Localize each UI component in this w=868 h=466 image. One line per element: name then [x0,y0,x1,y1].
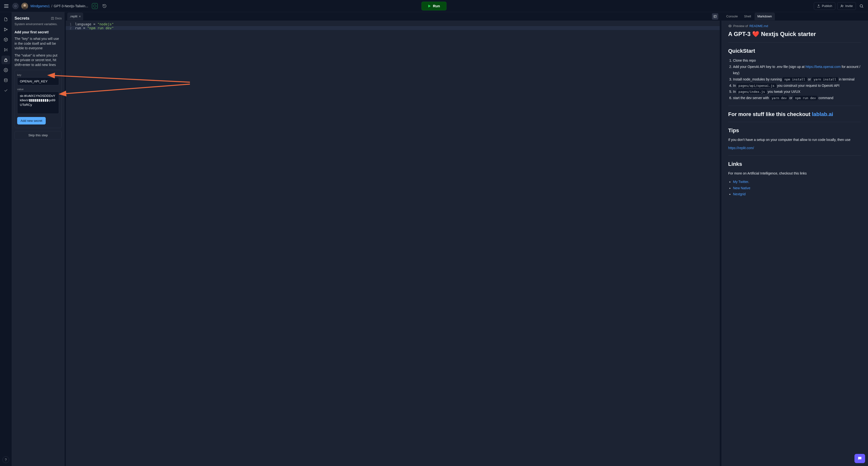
list-item: In pages/index.js you tweak your UI/UX [733,89,861,95]
svg-point-4 [4,28,5,29]
chat-fab[interactable] [855,454,865,463]
secrets-title: Secrets [14,16,29,21]
header: Mindgames1 / GPT-3-Nextjs-Tailwin... Run… [0,0,868,12]
invite-button[interactable]: Invite [837,2,856,10]
files-icon[interactable] [1,15,10,24]
hamburger-menu[interactable] [3,3,10,9]
chat-icon [857,456,862,461]
svg-point-2 [841,5,842,6]
links-heading: Links [728,161,861,167]
search-icon [859,4,864,8]
secret-form: key value sk-tKvMX1YhOSDDDvYk8exV▮▮▮▮▮▮▮… [14,70,62,128]
settings-icon[interactable] [1,66,10,74]
svg-point-6 [6,29,7,30]
markdown-preview: Preview of README.md A GPT-3 ❤️ Nextjs Q… [721,21,868,466]
database-icon[interactable] [1,76,10,85]
tool-rail: ? [0,12,11,466]
upload-icon [817,4,820,8]
secrets-para-key: The "key" is what you will use in the co… [14,36,62,51]
lablab-link[interactable]: lablab.ai [812,111,833,117]
svg-point-1 [24,4,26,6]
version-control-icon[interactable] [1,25,10,34]
run-button[interactable]: Run [422,2,446,10]
svg-rect-7 [5,60,7,62]
secrets-heading: Add your first secret! [14,30,62,34]
svg-point-3 [860,5,863,7]
secrets-para-value: The "value" is where you put the private… [14,53,62,67]
editor-pane: .replit × 1language = "nodejs" 2run = "n… [66,12,720,466]
preview-pane: Console Shell Markdown Preview of README… [721,12,868,466]
twitter-link[interactable]: My Twitter [733,180,748,184]
eye-icon [728,24,732,28]
packages-icon[interactable] [1,35,10,44]
book-icon [51,17,54,20]
svg-point-8 [5,70,6,71]
list-item: Install node_modules by running npm inst… [733,76,861,83]
list-item: start the dev server with yarn dev or np… [733,95,861,101]
docs-link[interactable]: Docs [51,17,62,20]
secrets-panel: Secrets Docs System environment variable… [11,12,65,466]
breadcrumb-project[interactable]: GPT-3-Nextjs-Tailwin... [54,4,88,8]
check-icon[interactable] [1,86,10,95]
debugger-icon[interactable] [1,45,10,54]
tips-text: If you don't have a setup on your comput… [728,137,861,143]
svg-point-5 [4,30,5,31]
breadcrumb-user[interactable]: Mindgames1 [30,4,50,8]
close-tab-icon[interactable]: × [79,14,81,19]
nextgrid-link[interactable]: Nextgrid [733,192,746,196]
history-icon[interactable] [101,3,108,9]
list-item: My Twitter. [733,179,861,185]
editor-tabs: .replit × [66,12,720,21]
secrets-subtitle: System environment variables. [14,22,62,26]
preview-meta: Preview of README.md [728,24,861,28]
list-item: Nextgrid [733,191,861,197]
tab-markdown[interactable]: Markdown [754,12,775,20]
tab-shell[interactable]: Shell [741,12,754,20]
list-item: Add your OpenAI API key to .env file (si… [733,64,861,76]
quickstart-heading: QuickStart [728,48,861,54]
help-icon[interactable]: ? [2,456,9,463]
value-input[interactable]: sk-tKvMX1YhOSDDDvYk8exV▮▮▮▮▮▮▮▮▮▮qx89UTo… [17,92,59,114]
user-plus-icon [840,4,844,8]
replit-logo-icon[interactable] [12,3,19,9]
value-label: value [17,88,59,91]
replit-link[interactable]: https://replit.com/ [728,146,754,150]
more-heading: For more stuff like this checkout lablab… [728,111,861,118]
list-item: New Native [733,185,861,192]
skip-step-button[interactable]: Skip this step [14,131,62,139]
openai-link[interactable]: https://beta.openai.com [806,65,841,69]
list-item: Clone this repo [733,58,861,64]
secrets-icon[interactable] [1,56,10,64]
editor-tab-replit[interactable]: .replit × [67,12,83,20]
svg-point-11 [730,26,731,27]
svg-point-9 [4,78,7,80]
breadcrumb: Mindgames1 / GPT-3-Nextjs-Tailwin... [30,4,88,8]
list-item: In pages/api/openai.js you construct you… [733,83,861,89]
layout-toggle-icon[interactable] [712,13,718,20]
svg-rect-10 [714,15,717,18]
run-label: Run [433,4,440,8]
key-input[interactable] [17,77,59,85]
links-intro: For more on Artificial Intelligence, che… [728,171,861,176]
newnative-link[interactable]: New Native [733,186,750,190]
nodejs-badge-icon[interactable] [92,3,98,9]
add-secret-button[interactable]: Add new secret [17,117,46,125]
readme-link[interactable]: README.md [749,24,768,28]
page-title: A GPT-3 ❤️ Nextjs Quick starter [728,31,861,37]
preview-tabs: Console Shell Markdown [721,12,868,21]
tab-console[interactable]: Console [723,12,741,20]
code-editor[interactable]: 1language = "nodejs" 2run = "npm run dev… [66,21,720,466]
key-label: key [17,73,59,76]
tips-heading: Tips [728,127,861,134]
search-button[interactable] [858,2,865,10]
avatar[interactable] [21,3,28,9]
publish-button[interactable]: Publish [814,2,835,10]
